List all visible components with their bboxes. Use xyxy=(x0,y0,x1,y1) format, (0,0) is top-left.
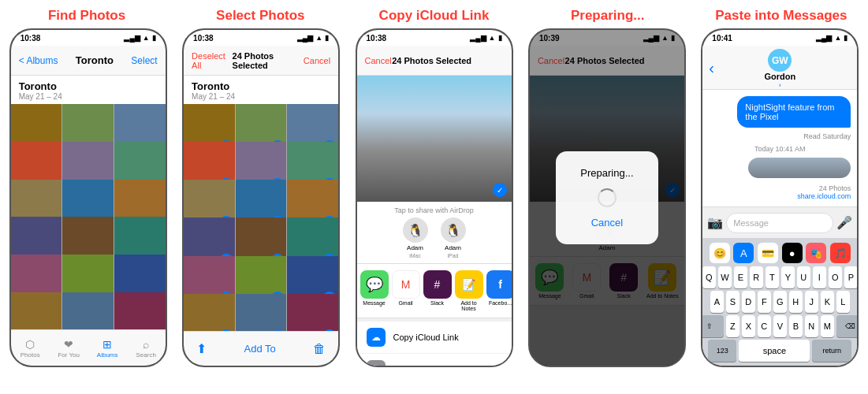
photo-cell[interactable] xyxy=(114,292,166,329)
back-button[interactable]: < Albums xyxy=(19,55,58,66)
airdrop-device-type-2: iPad xyxy=(448,253,459,258)
tab-for-you[interactable]: ❤ For You xyxy=(50,338,88,359)
contact-name: Gordon xyxy=(764,72,795,81)
gmail-app-label: Gmail xyxy=(398,300,412,306)
album-title-2: Toronto xyxy=(192,80,330,92)
phone-3-wrapper: 10:38 ▂▄▆ ▲ ▮ Cancel 24 Photos Selected … xyxy=(349,28,519,391)
signal-icon: ▂▄▆ xyxy=(124,34,140,42)
key-k[interactable]: K xyxy=(821,291,834,313)
phone-1-frame: 10:38 ▂▄▆ ▲ ▮ < Albums Toronto Select To… xyxy=(9,28,167,367)
phone-1-time: 10:38 xyxy=(20,34,41,43)
message-input[interactable]: Message xyxy=(726,213,833,233)
microphone-icon[interactable]: 🎤 xyxy=(836,215,852,230)
photos-icon: ⬡ xyxy=(25,338,35,351)
app-notes[interactable]: 📝 Add to Notes xyxy=(455,270,483,311)
key-backspace[interactable]: ⌫ xyxy=(836,315,858,337)
key-return[interactable]: return xyxy=(812,340,851,362)
messages-nav: ‹ GW Gordon › xyxy=(702,46,857,90)
photo-grid-container[interactable] xyxy=(11,104,166,329)
key-h[interactable]: H xyxy=(789,291,803,313)
key-m[interactable]: M xyxy=(821,315,834,337)
key-j[interactable]: J xyxy=(805,291,818,313)
key-v[interactable]: V xyxy=(773,315,787,337)
key-u[interactable]: U xyxy=(797,266,810,288)
key-i[interactable]: I xyxy=(813,266,826,288)
cancel-button[interactable]: Cancel xyxy=(304,56,330,65)
key-n[interactable]: N xyxy=(805,315,818,337)
app-message[interactable]: 💬 Message xyxy=(360,270,389,311)
emoji-key-5[interactable]: 🎭 xyxy=(806,243,826,263)
key-s[interactable]: S xyxy=(726,291,739,313)
emoji-key-4[interactable]: ● xyxy=(782,243,803,263)
key-q[interactable]: Q xyxy=(702,266,716,288)
wifi-icon: ▲ xyxy=(143,34,150,42)
cancel-button-3[interactable]: Cancel xyxy=(365,56,392,65)
key-c[interactable]: C xyxy=(758,315,771,337)
message-app-label: Message xyxy=(363,300,385,306)
deselect-all-button[interactable]: Deselect All xyxy=(192,51,232,70)
key-g[interactable]: G xyxy=(773,291,787,313)
emoji-key-2[interactable]: A xyxy=(733,243,754,263)
emoji-key-3[interactable]: 💳 xyxy=(758,243,778,263)
key-r[interactable]: R xyxy=(750,266,763,288)
key-p[interactable]: P xyxy=(844,266,858,288)
step-1-title: Find Photos xyxy=(0,8,173,24)
steps-header: Find Photos Select Photos Copy iCloud Li… xyxy=(0,0,868,28)
key-a[interactable]: A xyxy=(710,291,724,313)
tab-search[interactable]: ⌕ Search xyxy=(127,338,166,359)
album-title: Toronto xyxy=(19,80,158,92)
nav-title: Toronto xyxy=(76,54,114,66)
signal-icon: ▂▄▆ xyxy=(470,34,486,42)
airdrop-device-1[interactable]: 🐧 Adam iMac xyxy=(403,217,428,258)
share-button[interactable]: ⬆ xyxy=(196,341,207,356)
key-e[interactable]: E xyxy=(734,266,747,288)
photo-cell-selected[interactable] xyxy=(184,294,235,331)
emoji-key-6[interactable]: 🎵 xyxy=(830,243,851,263)
key-o[interactable]: O xyxy=(829,266,842,288)
app-gmail[interactable]: M Gmail xyxy=(392,270,420,311)
add-to-button[interactable]: Add To xyxy=(244,343,275,355)
app-slack[interactable]: # Slack xyxy=(423,270,452,311)
key-123[interactable]: 123 xyxy=(708,340,736,362)
camera-icon[interactable]: 📷 xyxy=(707,215,723,230)
key-space[interactable]: space xyxy=(739,340,810,362)
contact-info-chevron[interactable]: › xyxy=(779,81,781,89)
key-t[interactable]: T xyxy=(766,266,779,288)
key-w[interactable]: W xyxy=(718,266,732,288)
delete-button[interactable]: 🗑 xyxy=(313,342,326,356)
cloud-icon: ☁ xyxy=(367,328,386,347)
airdrop-device-2[interactable]: 🐧 Adam iPad xyxy=(441,217,466,258)
photo-grid-container-2[interactable] xyxy=(184,104,338,331)
key-f[interactable]: F xyxy=(758,291,771,313)
phone-2-status-bar: 10:38 ▂▄▆ ▲ ▮ xyxy=(184,30,338,46)
keyboard-row-2: A S D F G H J K L xyxy=(704,291,855,313)
action-hide[interactable]: ◎ Hide xyxy=(357,354,512,366)
key-x[interactable]: X xyxy=(742,315,755,337)
photo-cell[interactable] xyxy=(11,292,62,329)
photo-cell-selected[interactable] xyxy=(287,294,338,331)
facebook-app-icon: f xyxy=(486,270,512,299)
key-b[interactable]: B xyxy=(789,315,803,337)
app-facebook[interactable]: f Facebo... xyxy=(486,270,512,311)
action-copy-icloud[interactable]: ☁ Copy iCloud Link xyxy=(357,322,512,354)
tab-albums[interactable]: ⊞ Albums xyxy=(88,338,127,359)
photo-cell[interactable] xyxy=(62,292,114,329)
key-d[interactable]: D xyxy=(742,291,755,313)
tab-photos[interactable]: ⬡ Photos xyxy=(11,338,50,359)
back-button-5[interactable]: ‹ xyxy=(709,58,714,76)
phone-1-status-icons: ▂▄▆ ▲ ▮ xyxy=(124,34,155,42)
album-date-2: May 21 – 24 xyxy=(192,92,330,101)
preparing-cancel-button[interactable]: Cancel xyxy=(591,217,623,229)
wifi-icon: ▲ xyxy=(489,34,496,42)
action-bar-2: ⬆ Add To 🗑 xyxy=(184,331,338,366)
select-button[interactable]: Select xyxy=(131,55,157,66)
phone-3-status-icons: ▂▄▆ ▲ ▮ xyxy=(470,34,501,42)
emoji-key-1[interactable]: 😊 xyxy=(710,243,730,263)
key-z[interactable]: Z xyxy=(726,315,739,337)
key-shift[interactable]: ⇧ xyxy=(702,315,724,337)
key-l[interactable]: L xyxy=(836,291,850,313)
for-you-icon: ❤ xyxy=(64,338,73,351)
photo-cell-selected[interactable] xyxy=(236,294,287,331)
phone-1-wrapper: 10:38 ▂▄▆ ▲ ▮ < Albums Toronto Select To… xyxy=(3,28,173,391)
key-y[interactable]: Y xyxy=(781,266,795,288)
